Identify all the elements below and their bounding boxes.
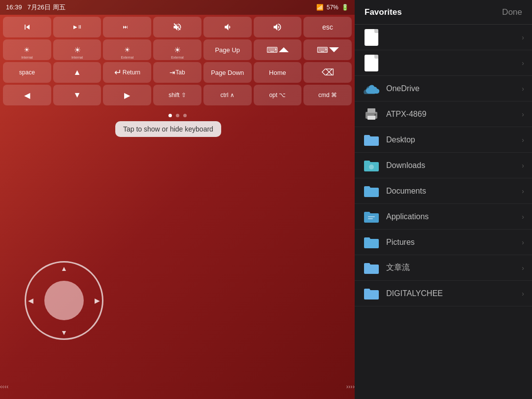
file-icon-digitalychee (363, 285, 380, 302)
esc-button[interactable]: esc (303, 17, 352, 37)
file-item-printer[interactable]: ATPX-4869› (355, 101, 532, 127)
mute-button[interactable] (153, 17, 201, 37)
file-item-pictures[interactable]: Pictures› (355, 230, 532, 255)
svg-rect-3 (367, 108, 375, 113)
file-name-documents: Documents (386, 187, 522, 196)
file-icon-doc1 (363, 29, 380, 46)
file-item-applications[interactable]: Applications› (355, 204, 532, 230)
file-name-wenzhanliu: 文章流 (386, 263, 522, 273)
file-list: ››OneDrive›ATPX-4869›Desktop›Downloads›D… (355, 25, 532, 399)
file-name-downloads: Downloads (386, 161, 522, 170)
trackpad-right-arrow: ▶ (95, 297, 100, 304)
shift-button[interactable]: shift ⇧ (153, 85, 201, 105)
svg-rect-4 (367, 116, 375, 120)
file-icon-applications (363, 208, 380, 226)
file-icon-wenzhanliu (363, 259, 380, 277)
file-name-onedrive: OneDrive (386, 84, 522, 93)
status-right: 📶 57% 🔋 (316, 4, 349, 11)
file-icon-doc2 (363, 54, 380, 72)
brightness-external-dec[interactable]: ☀ External (103, 39, 151, 60)
file-icon-downloads (363, 157, 380, 174)
file-chevron-pictures: › (522, 238, 524, 246)
done-button[interactable]: Done (502, 7, 522, 17)
up-arrow-button[interactable]: ▲ (53, 62, 101, 83)
brightness-internal-inc[interactable]: ☀ Internal (53, 39, 101, 60)
trackpad[interactable]: ▲ ▼ ◀ ▶ (25, 261, 103, 340)
right-arrow-button[interactable]: ▶ (103, 85, 151, 105)
left-arrow-button[interactable]: ◀ (3, 85, 51, 105)
file-item-digitalychee[interactable]: DIGITALYCHEE› (355, 281, 532, 306)
time-value: 16:39 (6, 3, 22, 11)
file-item-documents[interactable]: Documents› (355, 178, 532, 204)
keyboard-tooltip[interactable]: Tap to show or hide keyboard (115, 121, 221, 137)
rewind-button[interactable] (3, 17, 51, 37)
page-up-button[interactable]: Page Up (203, 39, 252, 60)
file-name-applications: Applications (386, 212, 522, 221)
down-arrow-button[interactable]: ▼ (53, 85, 101, 105)
file-item-downloads[interactable]: Downloads› (355, 153, 532, 178)
media-controls-row: ▶⏸ ⏭ esc (3, 17, 352, 37)
svg-rect-8 (368, 218, 373, 219)
left-arrows[interactable]: ‹‹‹‹ (0, 383, 8, 390)
volume-down-button[interactable] (203, 17, 252, 37)
home-button[interactable]: Home (254, 62, 302, 83)
dot-2[interactable] (176, 114, 179, 117)
date-value: 7月26日 周五 (27, 3, 65, 11)
file-name-pictures: Pictures (386, 238, 522, 247)
file-chevron-onedrive: › (522, 85, 524, 93)
file-name-desktop: Desktop (386, 135, 522, 144)
file-icon-onedrive (363, 80, 380, 98)
file-item-doc1[interactable]: › (355, 25, 532, 50)
dot-1[interactable] (168, 114, 172, 117)
space-button[interactable]: space (3, 62, 51, 83)
trackpad-outer: ▲ ▼ ◀ ▶ (25, 261, 103, 340)
battery-icon: 🔋 (341, 4, 349, 11)
left-panel: 16:39 7月26日 周五 📶 57% 🔋 ▶⏸ ⏭ (0, 0, 355, 399)
file-item-wenzhanliu[interactable]: 文章流› (355, 255, 532, 281)
keyboard-backlight-down[interactable]: ⌨ (303, 39, 352, 60)
file-chevron-wenzhanliu: › (522, 264, 524, 272)
file-item-onedrive[interactable]: OneDrive› (355, 76, 532, 101)
file-chevron-digitalychee: › (522, 290, 524, 298)
ctrl-button[interactable]: ctrl ∧ (203, 85, 252, 105)
favorites-title: Favorites (365, 7, 402, 17)
svg-text:▶⏸: ▶⏸ (73, 24, 82, 30)
return-button[interactable]: ↵Return (103, 62, 151, 83)
file-chevron-documents: › (522, 187, 524, 195)
file-item-desktop[interactable]: Desktop› (355, 127, 532, 153)
svg-point-5 (374, 114, 376, 116)
battery-value: 57% (327, 4, 338, 11)
cmd-button[interactable]: cmd ⌘ (303, 85, 352, 105)
tab-button[interactable]: ⇥ Tab (153, 62, 201, 83)
file-name-digitalychee: DIGITALYCHEE (386, 289, 522, 298)
dot-3[interactable] (183, 114, 187, 117)
file-chevron-applications: › (522, 213, 524, 221)
status-time: 16:39 7月26日 周五 (6, 3, 66, 12)
volume-up-button[interactable] (254, 17, 302, 37)
file-item-doc2[interactable]: › (355, 50, 532, 76)
control-area: ▶⏸ ⏭ esc ☀ Internal ☀ Inter (0, 15, 355, 109)
pagination-dots (0, 114, 355, 117)
play-pause-button[interactable]: ▶⏸ (53, 17, 101, 37)
svg-text:⏭: ⏭ (123, 24, 128, 30)
status-bar: 16:39 7月26日 周五 📶 57% 🔋 (0, 0, 355, 15)
svg-point-6 (369, 165, 374, 169)
wifi-icon: 📶 (316, 4, 324, 11)
keyboard-backlight-up[interactable]: ⌨ (254, 39, 302, 60)
file-browser-header: Favorites Done (355, 0, 532, 25)
opt-button[interactable]: opt ⌥ (254, 85, 302, 105)
page-down-button[interactable]: Page Down (203, 62, 252, 83)
file-icon-desktop (363, 131, 380, 149)
fast-forward-button[interactable]: ⏭ (103, 17, 151, 37)
file-chevron-downloads: › (522, 162, 524, 169)
nav-row1: space ▲ ↵Return ⇥ Tab Page Down Home ⌫ (3, 62, 352, 83)
right-arrows[interactable]: ›››› (346, 383, 355, 390)
svg-rect-7 (368, 216, 375, 217)
backspace-button[interactable]: ⌫ (303, 62, 352, 83)
brightness-internal-dec[interactable]: ☀ Internal (3, 39, 51, 60)
file-chevron-doc1: › (522, 33, 524, 41)
brightness-external-inc[interactable]: ☀ External (153, 39, 201, 60)
trackpad-left-arrow: ◀ (28, 297, 33, 304)
nav-row2: ◀ ▼ ▶ shift ⇧ ctrl ∧ opt ⌥ cmd ⌘ (3, 85, 352, 105)
file-icon-printer (363, 105, 380, 123)
